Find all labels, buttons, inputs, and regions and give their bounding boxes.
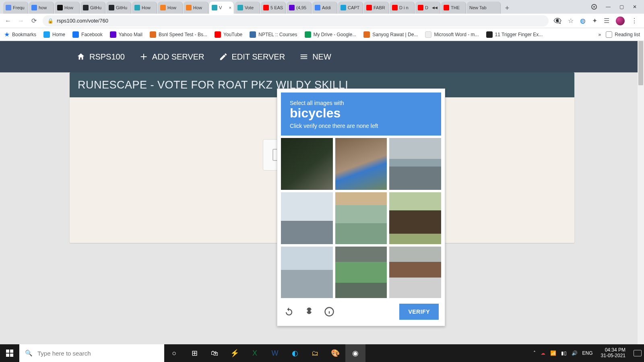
tab[interactable]: D◀◀ bbox=[415, 2, 440, 14]
captcha-tile[interactable] bbox=[389, 247, 441, 298]
captcha-tile[interactable] bbox=[335, 192, 387, 244]
nav-add-server[interactable]: ADD SERVER bbox=[139, 52, 204, 62]
captcha-tile[interactable] bbox=[281, 192, 333, 244]
chrome-icon[interactable]: ◉ bbox=[345, 344, 365, 362]
tab-close-icon[interactable]: × bbox=[229, 5, 231, 10]
bookmark-item[interactable]: Bsnl Speed Test - Bs... bbox=[150, 31, 207, 38]
tab-favicon bbox=[263, 5, 269, 10]
bookmarks-overflow-icon[interactable]: » bbox=[599, 32, 601, 37]
forward-button[interactable]: → bbox=[17, 17, 25, 25]
volume-icon[interactable]: 🔊 bbox=[572, 350, 578, 356]
tab[interactable]: D i n bbox=[390, 2, 415, 14]
clock-time: 04:34 PM bbox=[601, 348, 625, 353]
task-view-icon[interactable]: ⊞ bbox=[184, 344, 204, 362]
bookmark-item[interactable]: My Drive - Google... bbox=[305, 31, 357, 38]
bookmark-item[interactable]: Home bbox=[43, 31, 65, 38]
bookmark-item[interactable]: 11 Trigger Finger Ex... bbox=[486, 31, 543, 38]
tab[interactable]: How bbox=[55, 2, 80, 14]
tab-favicon bbox=[109, 5, 114, 10]
reading-list-toggle-icon[interactable]: ☰ bbox=[604, 17, 609, 25]
nav-edit-server[interactable]: EDIT SERVER bbox=[219, 52, 285, 62]
language-indicator[interactable]: ENG bbox=[582, 350, 593, 356]
tab[interactable]: (4,95 bbox=[287, 2, 312, 14]
captcha-tile[interactable] bbox=[281, 247, 333, 298]
window-minimize-icon[interactable]: — bbox=[606, 4, 611, 10]
bookmark-label: Yahoo Mail bbox=[119, 32, 142, 37]
verify-button[interactable]: VERIFY bbox=[399, 304, 439, 320]
onedrive-icon[interactable]: ☁ bbox=[541, 350, 545, 356]
tab[interactable]: New Tab bbox=[467, 2, 501, 14]
tab[interactable]: How bbox=[132, 2, 157, 14]
bookmark-item[interactable]: Microsoft Word - m... bbox=[425, 31, 479, 38]
captcha-tile[interactable] bbox=[281, 138, 333, 190]
tab[interactable]: THE bbox=[441, 2, 466, 14]
paint-icon[interactable]: 🎨 bbox=[325, 344, 345, 362]
tab-favicon bbox=[444, 5, 449, 10]
tab[interactable]: FABR bbox=[364, 2, 389, 14]
tab[interactable]: Frequ bbox=[3, 2, 28, 14]
captcha-tile[interactable] bbox=[389, 138, 441, 190]
edge-icon[interactable]: ◐ bbox=[285, 344, 305, 362]
vertical-scrollbar[interactable] bbox=[638, 41, 644, 344]
window-close-icon[interactable]: ✕ bbox=[633, 4, 637, 10]
start-button[interactable] bbox=[0, 344, 19, 362]
tab[interactable]: GitHu bbox=[80, 2, 105, 14]
reading-list-button[interactable]: Reading list bbox=[606, 31, 640, 38]
tab-title: Vote bbox=[245, 5, 257, 10]
tab[interactable]: Addi bbox=[312, 2, 337, 14]
tab[interactable]: 5 EAS bbox=[261, 2, 286, 14]
captcha-tile[interactable] bbox=[389, 192, 441, 244]
tab[interactable]: How bbox=[184, 2, 208, 14]
captcha-target-word: bicycles bbox=[290, 106, 432, 120]
info-icon[interactable] bbox=[324, 306, 335, 317]
bookmark-item[interactable]: Facebook bbox=[72, 31, 103, 38]
cortana-icon[interactable]: ○ bbox=[164, 344, 184, 362]
taskbar-clock[interactable]: 04:34 PM 31-05-2021 bbox=[598, 348, 629, 359]
wifi-icon[interactable]: 📶 bbox=[550, 350, 556, 356]
extensions-icon[interactable]: ✦ bbox=[592, 17, 597, 25]
reload-icon[interactable] bbox=[283, 306, 295, 317]
account-icon[interactable]: ◍ bbox=[580, 17, 586, 25]
taskbar-search[interactable]: 🔍 Type here to search bbox=[19, 344, 164, 362]
url-text: rsps100.com/vote/760 bbox=[57, 18, 108, 24]
star-bookmark-icon[interactable]: ☆ bbox=[568, 17, 574, 25]
word-icon[interactable]: W bbox=[265, 344, 285, 362]
tab[interactable]: GitHu bbox=[106, 2, 131, 14]
address-bar[interactable]: 🔒 rsps100.com/vote/760 bbox=[43, 15, 549, 27]
excel-icon[interactable]: X bbox=[245, 344, 265, 362]
captcha-tile[interactable] bbox=[335, 247, 387, 298]
back-button[interactable]: ← bbox=[4, 17, 12, 25]
bookmark-label: Home bbox=[52, 32, 65, 37]
reload-button[interactable]: ⟳ bbox=[30, 17, 38, 25]
scrollbar-thumb[interactable] bbox=[638, 41, 643, 85]
microsoft-store-icon[interactable]: 🛍 bbox=[204, 344, 225, 362]
browser-toolbar: ← → ⟳ 🔒 rsps100.com/vote/760 👁‍🗨 ☆ ◍ ✦ ☰… bbox=[0, 14, 644, 28]
tab[interactable]: Vote bbox=[235, 2, 260, 14]
bookmark-item[interactable]: YouTube bbox=[215, 31, 242, 38]
audio-icon[interactable] bbox=[303, 306, 315, 317]
tray-chevron-icon[interactable]: ˄ bbox=[533, 350, 536, 356]
nav-home[interactable]: RSPS100 bbox=[76, 52, 125, 62]
captcha-tile[interactable] bbox=[335, 138, 387, 190]
tab[interactable]: how bbox=[29, 2, 54, 14]
tab[interactable]: CAPT bbox=[338, 2, 363, 14]
bookmark-item[interactable]: NPTEL :: Courses bbox=[250, 31, 297, 38]
battery-icon[interactable]: ▮▯ bbox=[561, 350, 567, 356]
nav-news[interactable]: NEW bbox=[299, 52, 331, 62]
incognito-eye-icon[interactable]: 👁‍🗨 bbox=[553, 17, 561, 25]
window-maximize-icon[interactable]: ▢ bbox=[619, 4, 624, 10]
nptel-icon bbox=[250, 31, 256, 38]
file-explorer-icon[interactable]: 🗂 bbox=[305, 344, 325, 362]
action-center-icon[interactable] bbox=[634, 350, 642, 356]
browser-titlebar: Frequ how How GitHu GitHu How How How V×… bbox=[0, 0, 644, 14]
chrome-menu-icon[interactable]: ⋮ bbox=[631, 17, 638, 25]
bookmarks-folder[interactable]: ★Bookmarks bbox=[4, 31, 36, 38]
bookmark-item[interactable]: Sanyog Rawat | De... bbox=[363, 31, 418, 38]
new-tab-button[interactable]: + bbox=[502, 2, 513, 14]
cast-icon[interactable] bbox=[591, 4, 597, 10]
tab[interactable]: How bbox=[158, 2, 183, 14]
profile-avatar[interactable] bbox=[616, 16, 625, 25]
bookmark-item[interactable]: Yahoo Mail bbox=[110, 31, 142, 38]
app-icon[interactable]: ⚡ bbox=[225, 344, 245, 362]
tab-active[interactable]: V× bbox=[209, 2, 234, 14]
